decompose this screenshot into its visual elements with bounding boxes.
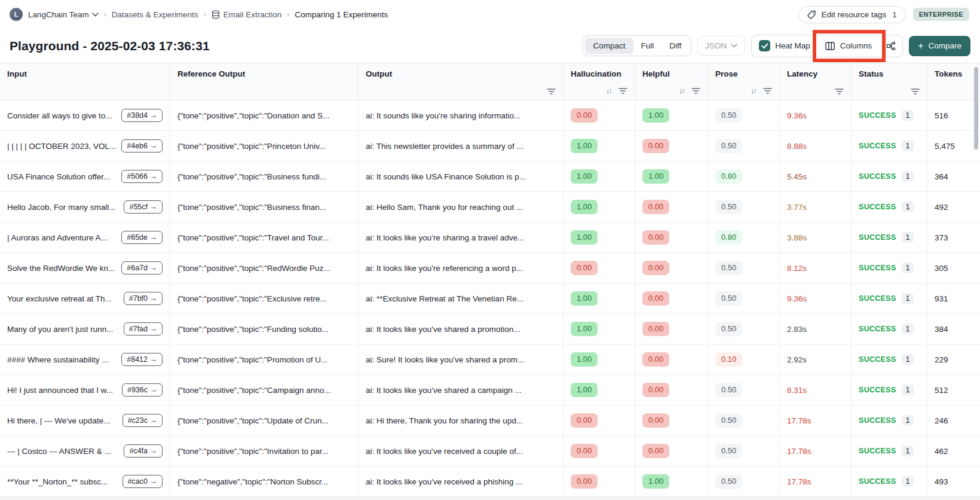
- tokens-cell: 384: [927, 314, 980, 344]
- reference-output-text: {"tone":"negative","topic":"Norton Subsc…: [177, 477, 328, 486]
- compare-runs-button[interactable]: [880, 35, 902, 57]
- dataset-example-chip[interactable]: #936c →: [122, 383, 163, 397]
- column-header-latency: Latency: [780, 63, 852, 100]
- dataset-example-chip[interactable]: #65de →: [121, 231, 163, 244]
- table-row[interactable]: Solve the RedWordle We kn...#6a7d →{"ton…: [0, 253, 980, 283]
- hallucination-cell: 1.00: [564, 222, 635, 252]
- tokens-value: 364: [935, 172, 948, 181]
- reference-output-text: {"tone":"positive","topic":"Promotion of…: [177, 355, 327, 364]
- table-row[interactable]: Your exclusive retreat at Th...#7bf0 →{"…: [0, 283, 980, 314]
- latency-cell: 9.36s: [780, 100, 852, 130]
- hallucination-score-pill: 1.00: [571, 322, 598, 336]
- hallucination-score-pill: 1.00: [571, 200, 598, 214]
- column-header-icons: ↓↑: [642, 86, 700, 96]
- tokens-cell: 462: [927, 436, 980, 466]
- sort-icon[interactable]: ↓↑: [751, 86, 756, 95]
- tokens-cell: 229: [927, 344, 980, 374]
- view-mode-full[interactable]: Full: [633, 38, 662, 54]
- dataset-example-chip[interactable]: #c23c →: [122, 414, 163, 427]
- format-dropdown[interactable]: JSON: [697, 36, 745, 56]
- column-header-helpful: Helpful↓↑: [635, 63, 708, 100]
- hallucination-cell: 1.00: [564, 192, 635, 222]
- filter-icon[interactable]: [911, 88, 920, 95]
- sort-icon[interactable]: ↓↑: [606, 86, 611, 95]
- table-row[interactable]: | | | | | OCTOBER 2023, VOL...#4eb6 →{"t…: [0, 131, 980, 161]
- prose-score-pill: 0.80: [715, 230, 742, 245]
- columns-button[interactable]: Columns: [817, 35, 880, 57]
- table-row[interactable]: **Your **_Norton_** subsc...#cac0 →{"ton…: [0, 467, 980, 497]
- table-row[interactable]: | Auroras and Adventure A...#65de →{"ton…: [0, 222, 980, 253]
- input-text: **Your **_Norton_** subsc...: [7, 477, 108, 486]
- vertical-scrollbar[interactable]: [974, 67, 978, 150]
- title-bar: Playground - 2025-02-03 17:36:31 Compact…: [0, 29, 980, 63]
- prose-score-pill: 0.50: [715, 444, 742, 458]
- latency-cell: 17.78s: [780, 406, 852, 435]
- heat-map-label: Heat Map: [775, 41, 810, 50]
- status-cell: SUCCESS1: [852, 375, 927, 405]
- table-row[interactable]: --- | Costco --- ANSWER & ...#c4fa →{"to…: [0, 436, 980, 467]
- tokens-value: 512: [935, 386, 948, 395]
- view-mode-diff[interactable]: Diff: [662, 38, 689, 54]
- dataset-example-chip[interactable]: #7bf0 →: [124, 292, 163, 305]
- output-cell: ai: It looks like you're referencing a w…: [359, 253, 564, 283]
- run-count-badge: 1: [902, 110, 914, 121]
- dataset-example-chip[interactable]: #5066 →: [121, 170, 163, 183]
- helpful-cell: 1.00: [635, 100, 708, 130]
- tokens-value: 384: [935, 325, 948, 334]
- prose-cell: 0.50: [708, 192, 780, 222]
- status-badge: SUCCESS: [859, 172, 896, 181]
- compare-runs-icon: [886, 41, 896, 51]
- breadcrumb-datasets-experiments[interactable]: Datasets & Experiments: [112, 10, 198, 19]
- filter-icon[interactable]: [547, 88, 556, 95]
- edit-resource-tags-button[interactable]: Edit resource tags 1: [798, 6, 905, 23]
- heat-map-checkbox[interactable]: [759, 40, 770, 51]
- team-name: LangChain Team: [28, 10, 89, 19]
- filter-icon[interactable]: [618, 87, 627, 94]
- dataset-example-chip[interactable]: #8412 →: [121, 353, 163, 366]
- prose-score-pill: 0.50: [715, 261, 742, 275]
- run-count-badge: 1: [902, 202, 914, 212]
- dataset-example-chip[interactable]: #6a7d →: [121, 261, 163, 275]
- table-row[interactable]: Hi! I just announced that I w...#936c →{…: [0, 375, 980, 406]
- table-row[interactable]: Consider all ways to give to...#38d4 →{"…: [0, 100, 980, 131]
- input-text: Solve the RedWordle We kn...: [7, 264, 115, 273]
- view-mode-compact[interactable]: Compact: [585, 38, 633, 54]
- status-badge: SUCCESS: [859, 416, 896, 425]
- dataset-example-chip[interactable]: #cac0 →: [122, 475, 163, 488]
- compare-button[interactable]: + Compare: [909, 36, 970, 56]
- dataset-example-chip[interactable]: #7fad →: [124, 322, 163, 336]
- sort-icon[interactable]: ↓↑: [679, 86, 684, 95]
- hallucination-score-pill: 0.00: [571, 261, 598, 275]
- prose-score-pill: 0.50: [715, 200, 742, 214]
- filter-icon[interactable]: [691, 87, 700, 94]
- prose-score-pill: 0.50: [715, 474, 742, 489]
- prose-cell: 0.50: [708, 100, 780, 130]
- table-row[interactable]: #### Where sustainability ...#8412 →{"to…: [0, 344, 980, 375]
- hallucination-cell: 1.00: [564, 131, 635, 161]
- reference-output-text: {"tone":"positive","topic":"RedWordle Pu…: [177, 264, 330, 273]
- dataset-example-chip[interactable]: #55cf →: [124, 200, 163, 214]
- filter-icon[interactable]: [835, 88, 844, 95]
- table-row[interactable]: Hello Jacob, For many small...#55cf →{"t…: [0, 192, 980, 222]
- dataset-example-chip[interactable]: #4eb6 →: [121, 139, 163, 153]
- table-row[interactable]: Hi there, | --- We've update...#c23c →{"…: [0, 406, 980, 436]
- dataset-example-chip[interactable]: #38d4 →: [121, 109, 163, 122]
- dataset-example-chip[interactable]: #c4fa →: [124, 444, 163, 458]
- reference-output-cell: {"tone":"positive","topic":"Travel and T…: [170, 222, 359, 252]
- chevron-down-icon: [92, 13, 99, 17]
- status-cell: SUCCESS1: [852, 344, 927, 374]
- reference-output-text: {"tone":"positive","topic":"Princeton Un…: [177, 142, 326, 151]
- tokens-cell: 512: [927, 375, 980, 405]
- table-row[interactable]: Many of you aren't just runn...#7fad →{"…: [0, 314, 980, 344]
- column-header-input: Input: [0, 63, 170, 100]
- run-count-badge: 1: [902, 354, 914, 365]
- latency-value: 17.78s: [787, 447, 811, 456]
- filter-icon[interactable]: [763, 87, 772, 94]
- status-badge: SUCCESS: [859, 447, 896, 455]
- output-cell: ai: It looks like you've shared a campai…: [359, 375, 564, 405]
- breadcrumb-dataset[interactable]: Email Extraction: [212, 10, 282, 19]
- heat-map-toggle[interactable]: Heat Map: [752, 40, 817, 51]
- column-header-status: Status: [852, 63, 927, 100]
- table-row[interactable]: USA Finance Solution offer...#5066 →{"to…: [0, 161, 980, 192]
- team-switcher[interactable]: LangChain Team: [28, 10, 99, 19]
